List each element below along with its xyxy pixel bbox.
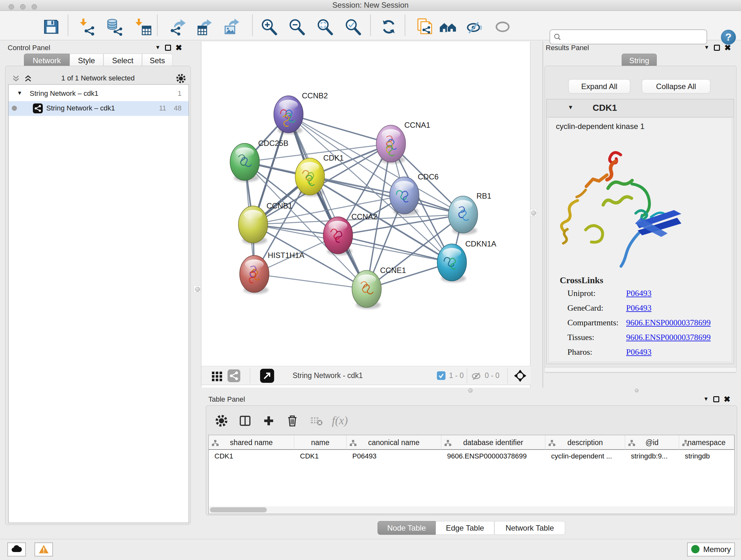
delete-column-button[interactable] bbox=[285, 414, 299, 428]
table-cell[interactable]: CDK1 bbox=[294, 450, 347, 462]
network-node-CCNB1[interactable] bbox=[239, 206, 268, 245]
network-node-CCNA2[interactable] bbox=[323, 217, 353, 255]
network-row[interactable]: String Network – cdk1 11 48 bbox=[9, 101, 189, 116]
network-options-gear-icon[interactable] bbox=[176, 73, 186, 85]
zoom-fit-content-button[interactable] bbox=[316, 18, 334, 36]
table-panel-close-icon[interactable]: ✖ bbox=[724, 396, 731, 402]
table-row[interactable]: CDK1CDK1P064939606.ENSP00000378699cyclin… bbox=[209, 450, 734, 462]
results-scrollbar[interactable] bbox=[544, 367, 737, 372]
table-panel-collapse-icon[interactable]: ▼ bbox=[703, 396, 709, 402]
grid-view-icon[interactable] bbox=[212, 371, 222, 383]
table-cell[interactable]: 9606.ENSP00000378699 bbox=[441, 450, 545, 462]
network-view-mode-icon[interactable] bbox=[227, 369, 240, 383]
zoom-in-button[interactable] bbox=[260, 18, 278, 36]
results-panel-collapse-icon[interactable]: ▼ bbox=[704, 44, 710, 51]
table-h-scrollbar[interactable] bbox=[209, 506, 734, 513]
protein-card-expander-icon[interactable]: ▼ bbox=[568, 104, 574, 111]
crosslink-genecard-link[interactable]: P06493 bbox=[626, 303, 651, 313]
table-cell[interactable]: CDK1 bbox=[209, 450, 294, 462]
control-panel-collapse-icon[interactable]: ▼ bbox=[155, 44, 160, 51]
tab-style[interactable]: Style bbox=[70, 54, 104, 67]
tab-network[interactable]: Network bbox=[24, 54, 70, 67]
control-panel-close-icon[interactable]: ✖ bbox=[176, 44, 182, 51]
import-network-from-file-button[interactable] bbox=[78, 18, 96, 36]
zoom-selected-button[interactable] bbox=[344, 18, 362, 36]
crosslink-compartments-link[interactable]: 9606.ENSP00000378699 bbox=[626, 318, 711, 327]
cloud-status-button[interactable] bbox=[7, 543, 26, 557]
column-header-shared-name[interactable]: shared name bbox=[209, 435, 294, 450]
collapse-all-button[interactable]: Collapse All bbox=[642, 79, 711, 94]
table-cell[interactable]: P06493 bbox=[347, 450, 441, 462]
tab-edge-table[interactable]: Edge Table bbox=[435, 521, 494, 535]
network-node-CDKN1A[interactable] bbox=[437, 244, 467, 283]
first-neighbors-button[interactable] bbox=[439, 18, 457, 36]
table-options-gear-button[interactable] bbox=[214, 414, 228, 428]
function-builder-button[interactable]: f(x) bbox=[332, 414, 348, 427]
right-split-handle[interactable] bbox=[530, 209, 537, 216]
network-collection-row[interactable]: ▼ String Network – cdk1 1 bbox=[9, 86, 189, 101]
export-image-button[interactable] bbox=[223, 18, 241, 36]
crosslink-uniprot-link[interactable]: P06493 bbox=[626, 289, 651, 298]
bottom-split-handle[interactable] bbox=[468, 388, 473, 393]
birds-eye-view-icon[interactable] bbox=[513, 368, 528, 384]
tab-select[interactable]: Select bbox=[104, 54, 142, 67]
table-cell[interactable]: stringdb bbox=[679, 450, 734, 462]
clone-network-button[interactable] bbox=[415, 18, 433, 36]
scrollbar-thumb[interactable] bbox=[210, 507, 267, 512]
show-all-button[interactable] bbox=[494, 18, 512, 36]
results-split-handle[interactable] bbox=[635, 388, 638, 392]
network-edge-CCNB2-CCNE1[interactable] bbox=[288, 114, 367, 289]
column-header-namespace[interactable]: namespace bbox=[679, 435, 734, 450]
column-header-canonical-name[interactable]: canonical name bbox=[347, 435, 441, 450]
import-network-from-database-button[interactable] bbox=[105, 18, 123, 36]
column-header-description[interactable]: description bbox=[545, 435, 625, 450]
network-edge-CCNE1-HIST1H1A[interactable] bbox=[254, 274, 367, 289]
network-node-RB1[interactable] bbox=[448, 196, 478, 235]
network-node-CDK1[interactable] bbox=[295, 158, 325, 197]
detach-view-icon[interactable] bbox=[260, 369, 274, 384]
control-panel-float-icon[interactable] bbox=[165, 45, 171, 51]
import-table-from-file-button[interactable] bbox=[134, 18, 152, 36]
network-node-CCNA1[interactable] bbox=[376, 125, 406, 164]
expand-all-button[interactable]: Expand All bbox=[568, 79, 630, 94]
export-network-button[interactable] bbox=[169, 18, 187, 36]
export-table-button[interactable] bbox=[196, 18, 214, 36]
network-node-HIST1H1A[interactable] bbox=[240, 255, 269, 294]
save-session-button[interactable] bbox=[42, 18, 60, 36]
tab-network-table[interactable]: Network Table bbox=[494, 521, 565, 535]
hidden-eye-slash-icon[interactable] bbox=[471, 370, 482, 382]
delete-table-button[interactable] bbox=[310, 414, 324, 428]
memory-button[interactable]: Memory bbox=[687, 543, 735, 557]
results-panel-float-icon[interactable] bbox=[714, 45, 720, 51]
network-node-CDC25B[interactable] bbox=[230, 143, 259, 182]
warnings-button[interactable] bbox=[35, 543, 53, 557]
table-panel-float-icon[interactable] bbox=[713, 396, 719, 402]
refresh-view-button[interactable] bbox=[380, 18, 398, 36]
column-header-name[interactable]: name bbox=[294, 435, 347, 450]
results-panel-close-icon[interactable]: ✖ bbox=[724, 44, 731, 51]
hide-selected-button[interactable] bbox=[466, 18, 484, 36]
open-session-button[interactable] bbox=[13, 18, 30, 36]
column-header--id[interactable]: @id bbox=[625, 435, 679, 450]
network-edge-CCNB2-CCNA1[interactable] bbox=[288, 114, 391, 144]
network-type-icon bbox=[33, 104, 43, 115]
column-header-database-identifier[interactable]: database identifier bbox=[441, 435, 545, 450]
selected-checkbox-icon[interactable] bbox=[437, 371, 446, 381]
create-column-button[interactable] bbox=[262, 414, 276, 428]
network-node-CCNE1[interactable] bbox=[352, 270, 381, 309]
zoom-out-button[interactable] bbox=[288, 18, 306, 36]
show-columns-button[interactable] bbox=[238, 414, 252, 428]
tree-expander-icon[interactable]: ▼ bbox=[17, 90, 22, 97]
tab-node-table[interactable]: Node Table bbox=[378, 521, 435, 535]
crosslink-tissues-link[interactable]: 9606.ENSP00000378699 bbox=[626, 333, 711, 342]
table-cell[interactable]: cyclin-dependent ... bbox=[545, 450, 625, 462]
crosslink-pharos-link[interactable]: P06493 bbox=[626, 348, 651, 357]
network-edge-CDKN1A-CCNA2[interactable] bbox=[338, 235, 452, 262]
left-split-handle[interactable] bbox=[194, 286, 201, 293]
tab-sets[interactable]: Sets bbox=[142, 54, 173, 67]
protein-card-header[interactable]: ▼ CDK1 bbox=[547, 99, 734, 117]
tab-string[interactable]: String bbox=[622, 54, 657, 67]
table-cell[interactable]: stringdb:9... bbox=[625, 450, 679, 462]
network-canvas[interactable]: CCNB2CCNA1CDC25BCDK1CDC6RB1CCNB1CCNA2CDK… bbox=[201, 42, 531, 366]
network-node-CCNB2[interactable] bbox=[274, 96, 303, 134]
